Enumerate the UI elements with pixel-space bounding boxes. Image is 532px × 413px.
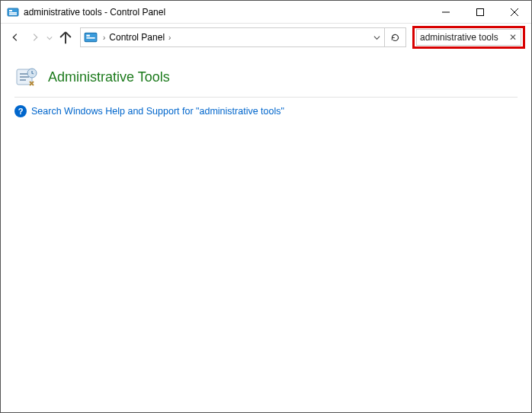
svg-rect-2 xyxy=(9,12,17,14)
search-box[interactable]: ✕ xyxy=(416,29,521,46)
maximize-button[interactable] xyxy=(463,1,497,24)
window-titlebar: administrative tools - Control Panel xyxy=(1,1,531,24)
chevron-right-icon[interactable]: › xyxy=(101,34,107,42)
search-box-highlight: ✕ xyxy=(412,26,525,49)
help-search-row[interactable]: ? Search Windows Help and Support for "a… xyxy=(14,98,518,117)
navigation-bar: › Control Panel › ✕ xyxy=(1,24,531,51)
refresh-button[interactable] xyxy=(384,28,405,46)
minimize-button[interactable] xyxy=(428,1,463,24)
recent-locations-button[interactable] xyxy=(46,30,54,44)
results-area: Administrative Tools ? Search Windows He… xyxy=(1,51,531,123)
help-search-link[interactable]: Search Windows Help and Support for "adm… xyxy=(31,106,284,117)
address-bar[interactable]: › Control Panel › xyxy=(80,27,406,47)
svg-rect-3 xyxy=(9,14,17,15)
forward-button[interactable] xyxy=(27,29,43,46)
window-title: administrative tools - Control Panel xyxy=(24,7,165,18)
help-icon: ? xyxy=(14,105,27,117)
svg-rect-9 xyxy=(86,35,90,37)
back-button[interactable] xyxy=(7,29,24,46)
breadcrumb-root[interactable]: Control Panel xyxy=(107,32,166,43)
control-panel-icon xyxy=(84,30,98,44)
administrative-tools-icon xyxy=(14,65,39,89)
control-panel-icon xyxy=(7,6,19,18)
chevron-right-icon[interactable]: › xyxy=(166,34,173,42)
clear-search-icon[interactable]: ✕ xyxy=(508,32,518,43)
close-button[interactable] xyxy=(497,1,531,24)
result-heading-row[interactable]: Administrative Tools xyxy=(14,62,518,98)
search-input[interactable] xyxy=(420,32,508,43)
svg-rect-1 xyxy=(9,10,12,11)
svg-rect-10 xyxy=(86,37,95,39)
up-button[interactable] xyxy=(57,29,74,46)
svg-rect-5 xyxy=(476,8,483,15)
address-history-dropdown[interactable] xyxy=(369,30,384,44)
result-heading[interactable]: Administrative Tools xyxy=(48,69,170,85)
